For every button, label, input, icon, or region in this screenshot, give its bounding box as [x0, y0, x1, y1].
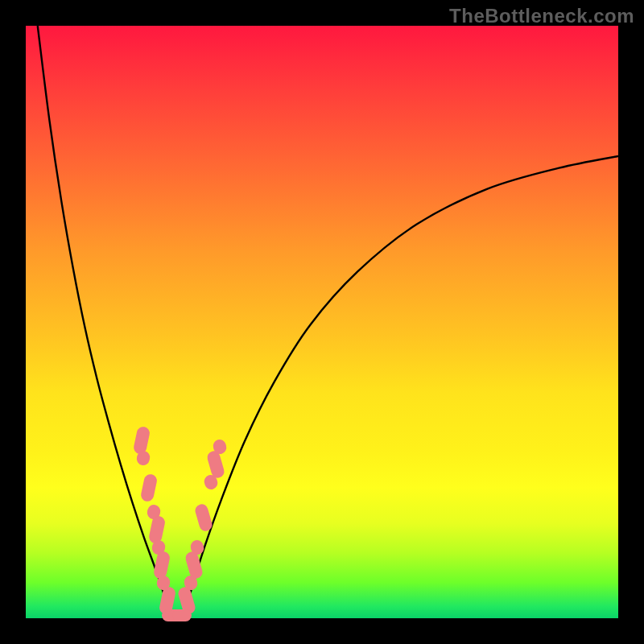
bottleneck-curve: [26, 26, 618, 618]
curve-marker: [172, 609, 192, 621]
figure-frame: TheBottleneck.com: [0, 0, 644, 644]
watermark: TheBottleneck.com: [449, 5, 634, 27]
plot-area: [26, 26, 618, 618]
